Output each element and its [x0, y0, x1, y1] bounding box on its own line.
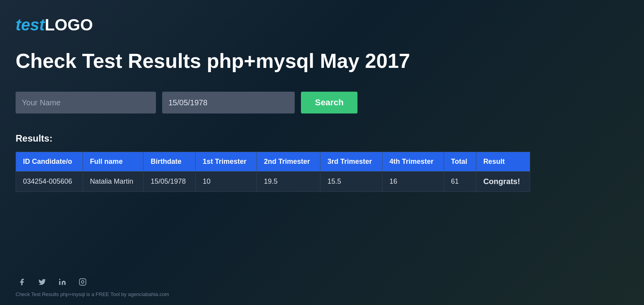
col-header-trim1: 1st Trimester: [196, 152, 257, 172]
linkedin-icon[interactable]: [56, 276, 69, 288]
results-section: Results: ID Candidate/o Full name Birthd…: [16, 133, 530, 192]
col-header-id: ID Candidate/o: [16, 152, 83, 172]
instagram-icon[interactable]: [76, 276, 89, 288]
col-header-birthdate: Birthdate: [143, 152, 196, 172]
page-title: Check Test Results php+mysql May 2017: [16, 50, 530, 72]
social-icons: [16, 276, 628, 288]
logo-logo-part: LOGO: [45, 16, 93, 34]
results-table: ID Candidate/o Full name Birthdate 1st T…: [16, 152, 530, 192]
twitter-icon[interactable]: [36, 276, 48, 288]
facebook-icon[interactable]: [16, 276, 28, 288]
svg-point-0: [59, 279, 60, 280]
table-row: 034254-005606Natalia Martin15/05/1978101…: [16, 172, 530, 192]
footer-text: Check Test Results php+mysql is a FREE T…: [16, 291, 628, 297]
col-header-trim4: 4th Trimester: [382, 152, 444, 172]
date-input[interactable]: [162, 92, 295, 113]
svg-rect-1: [80, 279, 86, 285]
col-header-trim2: 2nd Trimester: [257, 152, 320, 172]
table-header-row: ID Candidate/o Full name Birthdate 1st T…: [16, 152, 530, 172]
col-header-trim3: 3rd Trimester: [320, 152, 382, 172]
search-form: Search: [16, 92, 530, 113]
result-cell: Congrats!: [476, 172, 530, 192]
logo-test-part: test: [16, 16, 45, 34]
col-header-result: Result: [476, 152, 530, 172]
search-button[interactable]: Search: [301, 92, 357, 113]
logo: test LOGO: [16, 16, 530, 34]
col-header-total: Total: [444, 152, 476, 172]
name-input[interactable]: [16, 92, 156, 113]
results-label: Results:: [16, 133, 530, 144]
col-header-fullname: Full name: [83, 152, 143, 172]
footer: Check Test Results php+mysql is a FREE T…: [0, 268, 644, 305]
